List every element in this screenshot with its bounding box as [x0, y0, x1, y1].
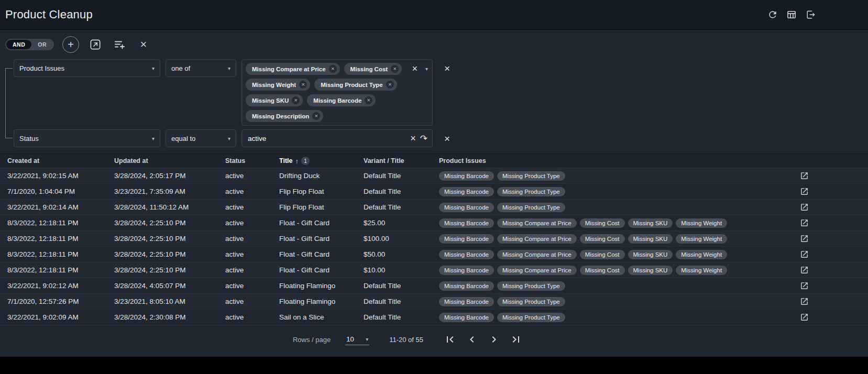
- chevron-left-icon: [466, 333, 478, 346]
- cell-status: active: [225, 235, 279, 243]
- table-row[interactable]: 8/3/2022, 12:18:11 PM3/28/2024, 2:25:10 …: [0, 215, 868, 231]
- chip-remove-icon[interactable]: ×: [386, 81, 394, 89]
- filter-row-product-issues: Product Issues ▾ one of ▾ Missing Compar…: [14, 59, 868, 126]
- issue-chip: Missing Barcode: [439, 281, 494, 291]
- status-value-input[interactable]: [247, 134, 406, 143]
- filter-field-select[interactable]: Product Issues ▾: [14, 59, 160, 77]
- filter-value-field: × ↷: [241, 129, 433, 147]
- cell-updated-at: 3/28/2024, 2:25:10 PM: [114, 235, 225, 243]
- column-header-updated-at[interactable]: Updated at: [114, 157, 225, 164]
- column-header-title[interactable]: Title ↑ 1: [279, 157, 364, 165]
- issue-chip: Missing Barcode: [439, 297, 494, 306]
- issue-chip: Missing Compare at Price: [497, 250, 577, 259]
- filter-operator-value: one of: [171, 64, 190, 72]
- rows-per-page-value: 10: [346, 335, 354, 343]
- open-product-button[interactable]: [800, 218, 809, 227]
- cell-actions: [793, 218, 816, 227]
- clear-values-icon[interactable]: ×: [412, 64, 417, 73]
- cell-title: Float - Gift Card: [279, 235, 364, 243]
- pagination-range: 11-20 of 55: [389, 336, 423, 344]
- issue-chip: Missing Weight: [676, 218, 727, 228]
- open-in-new-icon: [800, 297, 809, 306]
- table-row[interactable]: 3/22/2021, 9:02:14 AM3/28/2024, 11:50:12…: [0, 200, 868, 215]
- column-header-variant-title[interactable]: Variant / Title: [364, 157, 439, 164]
- chevron-down-icon[interactable]: ▾: [425, 66, 428, 72]
- filter-value-chip: Missing Compare at Price×: [246, 63, 340, 75]
- cell-actions: [793, 234, 816, 243]
- add-filter-row-button[interactable]: [112, 37, 127, 52]
- rows-per-page-label: Rows / page: [293, 336, 331, 344]
- table-row[interactable]: 8/3/2022, 12:18:11 PM3/28/2024, 2:25:10 …: [0, 262, 868, 278]
- cell-variant-title: $100.00: [364, 235, 439, 243]
- table-row[interactable]: 3/22/2021, 9:02:12 AM3/28/2024, 4:05:07 …: [0, 278, 868, 294]
- cell-title: Float - Gift Card: [279, 219, 364, 227]
- multiselect-controls: × ▾: [412, 64, 428, 73]
- previous-page-button[interactable]: [465, 333, 479, 346]
- open-product-button[interactable]: [800, 187, 809, 196]
- issue-chip: Missing Barcode: [439, 313, 494, 322]
- chip-label: Missing SKU: [252, 97, 289, 104]
- table-row[interactable]: 3/22/2021, 9:02:15 AM3/28/2024, 2:05:17 …: [0, 168, 868, 184]
- add-condition-button[interactable]: +: [62, 36, 79, 53]
- cell-variant-title: Default Title: [364, 172, 439, 180]
- table-row[interactable]: 7/1/2020, 1:04:04 PM3/23/2021, 7:35:09 A…: [0, 184, 868, 200]
- open-product-button[interactable]: [800, 250, 809, 259]
- table-row[interactable]: 7/1/2020, 12:57:26 PM3/23/2021, 8:05:10 …: [0, 294, 868, 310]
- filter-operator-value: equal to: [171, 135, 195, 142]
- clear-value-icon[interactable]: ×: [410, 134, 416, 143]
- table-view-button[interactable]: [786, 9, 797, 20]
- chip-remove-icon[interactable]: ×: [329, 65, 337, 73]
- filter-values-multiselect[interactable]: Missing Compare at Price×Missing Cost×Mi…: [241, 59, 433, 126]
- cell-variant-title: $10.00: [364, 266, 439, 274]
- column-header-created-at[interactable]: Created at: [7, 157, 114, 164]
- or-toggle-button[interactable]: OR: [31, 40, 53, 49]
- open-product-button[interactable]: [800, 266, 809, 274]
- table-row[interactable]: 8/3/2022, 12:18:11 PM3/28/2024, 2:25:10 …: [0, 231, 868, 247]
- issue-chip: Missing Weight: [676, 234, 727, 244]
- clear-all-filters-button[interactable]: ×: [136, 37, 151, 52]
- filter-operator-select[interactable]: one of ▾: [166, 59, 236, 77]
- table-row[interactable]: 8/3/2022, 12:18:11 PM3/28/2024, 2:25:10 …: [0, 247, 868, 262]
- cell-product-issues: Missing BarcodeMissing Product Type: [439, 187, 793, 196]
- rows-per-page-select[interactable]: 10 ▾: [345, 334, 369, 345]
- filter-builder: AND OR + ×: [0, 30, 868, 153]
- chip-remove-icon[interactable]: ×: [365, 96, 372, 104]
- refresh-button[interactable]: [767, 9, 778, 20]
- column-header-product-issues[interactable]: Product Issues: [439, 157, 793, 164]
- open-product-button[interactable]: [800, 171, 809, 180]
- filter-field-select[interactable]: Status ▾: [14, 129, 160, 147]
- cell-variant-title: Default Title: [364, 188, 439, 195]
- cell-updated-at: 3/23/2021, 8:05:10 AM: [114, 298, 225, 305]
- filter-operator-select[interactable]: equal to ▾: [166, 129, 236, 147]
- export-button[interactable]: [805, 9, 816, 20]
- filter-field-value: Status: [19, 135, 39, 142]
- chip-remove-icon[interactable]: ×: [299, 81, 307, 89]
- table-row[interactable]: 3/22/2021, 9:02:09 AM3/28/2024, 2:30:08 …: [0, 310, 868, 325]
- open-product-button[interactable]: [800, 203, 809, 212]
- remove-filter-row-button[interactable]: ×: [442, 129, 452, 147]
- chip-remove-icon[interactable]: ×: [292, 96, 300, 104]
- cell-status: active: [225, 219, 279, 227]
- redo-icon[interactable]: ↷: [420, 134, 427, 143]
- column-header-status[interactable]: Status: [225, 157, 279, 164]
- cell-title: Float - Gift Card: [279, 266, 364, 274]
- cell-status: active: [225, 203, 279, 211]
- and-toggle-button[interactable]: AND: [6, 40, 31, 49]
- filter-value-chip: Missing Barcode×: [307, 94, 376, 106]
- open-product-button[interactable]: [800, 313, 809, 322]
- chip-remove-icon[interactable]: ×: [391, 65, 399, 73]
- cell-actions: [793, 171, 816, 180]
- open-product-button[interactable]: [800, 297, 809, 306]
- open-in-new-icon: [800, 281, 809, 290]
- first-page-button[interactable]: [443, 333, 457, 346]
- cell-actions: [793, 313, 816, 322]
- next-page-button[interactable]: [487, 333, 501, 346]
- remove-filter-row-button[interactable]: ×: [442, 59, 452, 77]
- open-product-button[interactable]: [800, 234, 809, 243]
- issue-chip: Missing Barcode: [439, 266, 494, 275]
- add-group-button[interactable]: [87, 37, 103, 52]
- chip-remove-icon[interactable]: ×: [312, 112, 320, 120]
- cell-variant-title: Default Title: [364, 282, 439, 290]
- open-product-button[interactable]: [800, 281, 809, 290]
- last-page-button[interactable]: [509, 333, 523, 346]
